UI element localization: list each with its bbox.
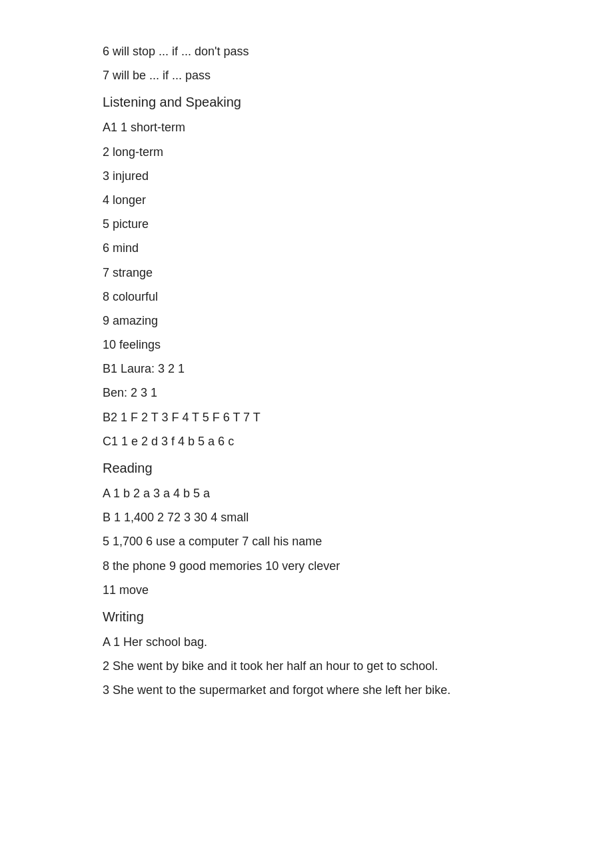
content-line-line14: B1 Laura: 3 2 1 [103,357,510,380]
content-line-line18: Reading [103,455,510,481]
content-line-line3: Listening and Speaking [103,89,510,115]
content-line-line26: 2 She went by bike and it took her half … [103,655,510,677]
content-line-line6: 3 injured [103,165,510,187]
content-line-line25: A 1 Her school bag. [103,631,510,653]
content-line-line12: 9 amazing [103,309,510,332]
content-line-line5: 2 long-term [103,141,510,163]
content-line-line15: Ben: 2 3 1 [103,381,510,404]
content-line-line10: 7 strange [103,261,510,284]
content-line-line16: B2 1 F 2 T 3 F 4 T 5 F 6 T 7 T [103,406,510,429]
content-line-line23: 11 move [103,579,510,601]
content-line-line9: 6 mind [103,237,510,259]
content-line-line11: 8 colourful [103,285,510,308]
content-line-line27: 3 She went to the supermarket and forgot… [103,679,510,701]
content-line-line8: 5 picture [103,213,510,235]
content-line-line20: B 1 1,400 2 72 3 30 4 small [103,506,510,529]
content-line-line21: 5 1,700 6 use a computer 7 call his name [103,530,510,553]
page-content: 6 will stop ... if ... don't pass 7 will… [0,0,613,743]
content-line-line2: 7 will be ... if ... pass [103,64,510,87]
content-line-line19: A 1 b 2 a 3 a 4 b 5 a [103,482,510,505]
content-line-line22: 8 the phone 9 good memories 10 very clev… [103,555,510,577]
content-line-line24: Writing [103,604,510,629]
content-line-line4: A1 1 short-term [103,116,510,139]
content-line-line17: C1 1 e 2 d 3 f 4 b 5 a 6 c [103,430,510,453]
content-line-line1: 6 will stop ... if ... don't pass [103,40,510,63]
content-line-line13: 10 feelings [103,333,510,356]
content-line-line7: 4 longer [103,189,510,211]
